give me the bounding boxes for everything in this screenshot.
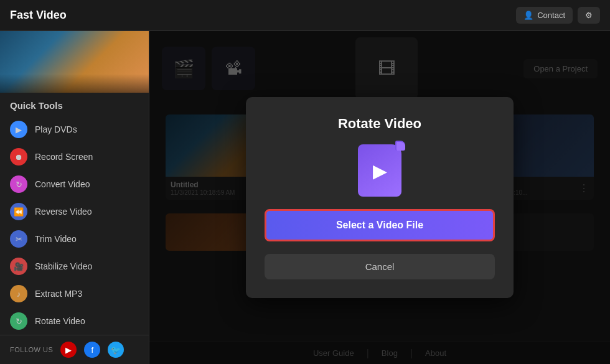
- sidebar-item-label: Stabilize Video: [35, 261, 92, 271]
- youtube-icon[interactable]: ▶: [60, 342, 77, 358]
- rotate-video-icon: ↻: [10, 312, 27, 330]
- contact-icon: 👤: [523, 11, 533, 20]
- sidebar-item-label: Convert Video: [35, 179, 90, 189]
- sidebar-item-label: Extract MP3: [35, 289, 82, 299]
- contact-button[interactable]: 👤 Contact: [516, 7, 573, 24]
- sidebar-item-label: Play DVDs: [35, 124, 77, 134]
- quick-tools-label: Quick Tools: [0, 93, 149, 116]
- app-title: Fast Video: [10, 9, 67, 22]
- header-actions: 👤 Contact ⚙: [516, 7, 600, 24]
- facebook-icon[interactable]: f: [84, 342, 100, 358]
- main-content: 🎬 📽 🎞 Open a Project Untitled 11/3/2021 …: [149, 31, 610, 364]
- modal-icon-container: ▶: [358, 144, 401, 197]
- play-dvds-icon: ▶: [10, 121, 27, 138]
- sidebar-item-label: Rotate Video: [35, 316, 85, 326]
- sidebar-item-convert-video[interactable]: ↻ Convert Video: [0, 170, 149, 198]
- video-file-icon: ▶: [358, 144, 401, 197]
- convert-video-icon: ↻: [10, 175, 27, 193]
- sidebar-item-rotate-video[interactable]: ↻ Rotate Video: [0, 307, 149, 335]
- extract-mp3-icon: ♪: [10, 285, 27, 302]
- sidebar-item-stabilize-video[interactable]: 🎥 Stabilize Video: [0, 253, 149, 280]
- sidebar-item-reverse-video[interactable]: ⏪ Reverse Video: [0, 198, 149, 225]
- layout: Quick Tools ▶ Play DVDs ⏺ Record Screen …: [0, 31, 610, 364]
- sidebar-item-play-dvds[interactable]: ▶ Play DVDs: [0, 116, 149, 143]
- sidebar-item-record-screen[interactable]: ⏺ Record Screen: [0, 143, 149, 170]
- rotate-video-modal: Rotate Video ▶ Select a Video File Cance…: [246, 97, 514, 298]
- sidebar-item-extract-mp3[interactable]: ♪ Extract MP3: [0, 280, 149, 307]
- settings-button[interactable]: ⚙: [578, 7, 600, 24]
- sidebar: Quick Tools ▶ Play DVDs ⏺ Record Screen …: [0, 31, 149, 364]
- sidebar-item-label: Reverse Video: [35, 207, 92, 217]
- stabilize-video-icon: 🎥: [10, 258, 27, 275]
- gear-icon: ⚙: [585, 11, 593, 20]
- twitter-icon[interactable]: 🐦: [108, 342, 124, 358]
- follow-us-label: FOLLOW US: [10, 346, 53, 353]
- reverse-video-icon: ⏪: [10, 203, 27, 220]
- sidebar-item-label: Trim Video: [35, 234, 77, 244]
- sidebar-item-label: Record Screen: [35, 152, 93, 162]
- header: Fast Video 👤 Contact ⚙: [0, 0, 610, 31]
- sidebar-footer: FOLLOW US ▶ f 🐦: [0, 335, 149, 364]
- modal-title: Rotate Video: [338, 116, 421, 132]
- cancel-button[interactable]: Cancel: [265, 254, 495, 279]
- sidebar-item-trim-video[interactable]: ✂ Trim Video: [0, 225, 149, 253]
- record-screen-icon: ⏺: [10, 148, 27, 166]
- sidebar-thumbnail: [0, 31, 149, 93]
- trim-video-icon: ✂: [10, 230, 27, 248]
- modal-overlay: Rotate Video ▶ Select a Video File Cance…: [149, 31, 610, 364]
- select-video-file-button[interactable]: Select a Video File: [265, 209, 495, 241]
